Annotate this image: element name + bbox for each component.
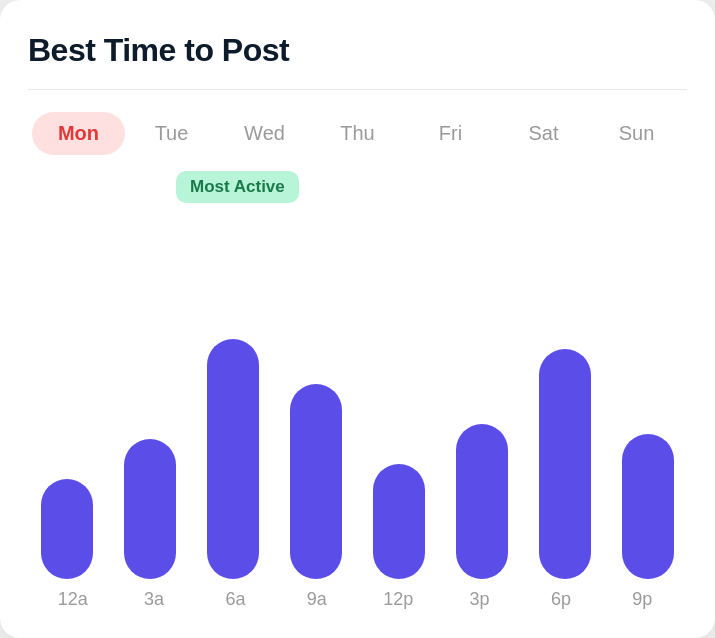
- bars-container: [28, 179, 687, 579]
- bar-3p: [456, 424, 508, 579]
- time-label-9p: 9p: [602, 589, 683, 610]
- chart-area: Most Active 12a3a6a9a12p3p6p9p: [28, 179, 687, 610]
- bar-6p: [539, 349, 591, 579]
- day-sat[interactable]: Sat: [497, 112, 590, 155]
- day-wed[interactable]: Wed: [218, 112, 311, 155]
- bar-col-12p: [361, 464, 438, 579]
- time-label-6a: 6a: [195, 589, 276, 610]
- time-label-6p: 6p: [520, 589, 601, 610]
- day-tue[interactable]: Tue: [125, 112, 218, 155]
- day-sun[interactable]: Sun: [590, 112, 683, 155]
- bar-3a: [124, 439, 176, 579]
- most-active-badge: Most Active: [176, 171, 299, 203]
- day-fri[interactable]: Fri: [404, 112, 497, 155]
- bar-col-6p: [527, 349, 604, 579]
- bar-9a: [290, 384, 342, 579]
- days-row: MonTueWedThuFriSatSun: [28, 112, 687, 155]
- time-label-12a: 12a: [32, 589, 113, 610]
- card: Best Time to Post MonTueWedThuFriSatSun …: [0, 0, 715, 638]
- bar-col-9p: [610, 434, 687, 579]
- bar-12p: [373, 464, 425, 579]
- day-thu[interactable]: Thu: [311, 112, 404, 155]
- time-label-3a: 3a: [113, 589, 194, 610]
- day-mon[interactable]: Mon: [32, 112, 125, 155]
- bar-col-6a: [194, 339, 271, 579]
- time-labels: 12a3a6a9a12p3p6p9p: [28, 579, 687, 610]
- bar-9p: [622, 434, 674, 579]
- page-title: Best Time to Post: [28, 32, 687, 69]
- bar-col-3p: [444, 424, 521, 579]
- time-label-3p: 3p: [439, 589, 520, 610]
- time-label-12p: 12p: [358, 589, 439, 610]
- bar-6a: [207, 339, 259, 579]
- divider: [28, 89, 687, 90]
- bar-12a: [41, 479, 93, 579]
- time-label-9a: 9a: [276, 589, 357, 610]
- bar-col-9a: [277, 384, 354, 579]
- bar-col-3a: [111, 439, 188, 579]
- bar-col-12a: [28, 479, 105, 579]
